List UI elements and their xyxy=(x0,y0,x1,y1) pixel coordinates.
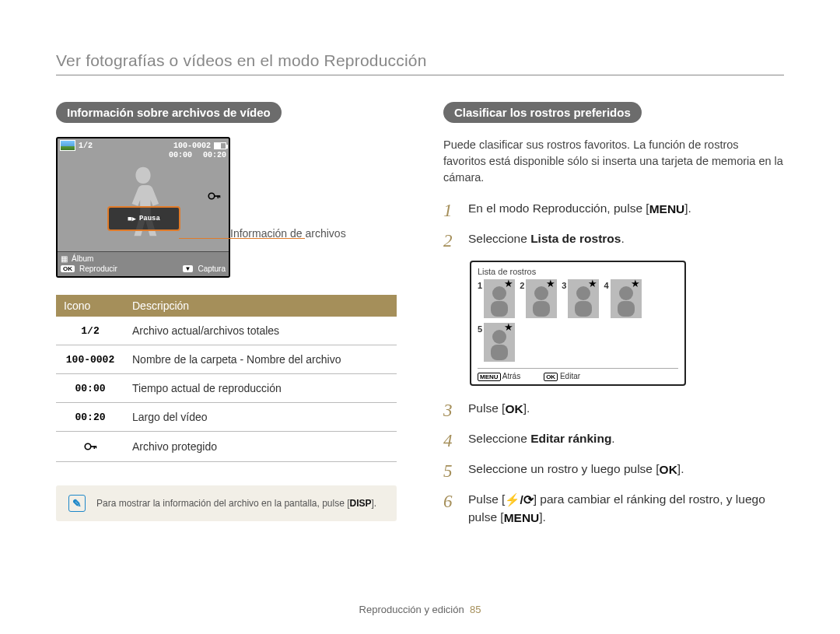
time-len-value: 00:20 xyxy=(203,151,226,159)
ok-tag: OK xyxy=(544,373,558,381)
callout-label: Información de archivos xyxy=(230,137,346,240)
svg-rect-11 xyxy=(533,301,550,317)
down-tag: ▼ xyxy=(183,265,194,272)
note-text: Para mostrar la información del archivo … xyxy=(96,498,376,509)
face-cell: 4 ★ xyxy=(604,279,641,318)
svg-rect-9 xyxy=(491,301,508,317)
step-number: 1 xyxy=(443,200,457,219)
table-row: 1/2 Archivo actual/archivos totales xyxy=(56,317,397,345)
step-item: 5 Seleccione un rostro y luego pulse [OK… xyxy=(443,461,784,480)
edit-label: Editar xyxy=(560,372,580,380)
ok-tag: OK xyxy=(61,265,75,272)
step-item: 3 Pulse [OK]. xyxy=(443,400,784,419)
table-row: Archivo protegido xyxy=(56,432,397,462)
faces-panel-title: Lista de rostros xyxy=(478,267,678,276)
star-icon: ★ xyxy=(588,278,597,289)
svg-rect-13 xyxy=(575,301,592,317)
step-item: 4 Seleccione Editar ránking. xyxy=(443,430,784,450)
album-label: Álbum xyxy=(72,254,93,263)
svg-rect-17 xyxy=(491,345,508,360)
svg-rect-3 xyxy=(219,195,221,198)
step-number: 4 xyxy=(443,430,457,450)
faces-panel: Lista de rostros 1 ★ 2 ★ 3 ★ xyxy=(470,261,686,386)
left-column: Información sobre archivos de vídeo 1/2 … xyxy=(56,102,397,537)
play-thumbnail-icon xyxy=(60,140,75,151)
right-column: Clasificar los rostros preferidos Puede … xyxy=(443,102,784,537)
face-cell: 2 ★ xyxy=(520,279,557,318)
note-box: ✎ Para mostrar la información del archiv… xyxy=(56,485,397,521)
battery-icon xyxy=(214,142,226,149)
page-title: Ver fotografías o vídeos en el modo Repr… xyxy=(56,51,784,75)
menu-tag: MENU xyxy=(478,373,501,381)
album-grid-icon: ▦ xyxy=(61,254,67,263)
star-icon: ★ xyxy=(631,278,640,289)
callout-connector-line xyxy=(179,238,305,239)
time-cur-value: 00:00 xyxy=(169,151,192,159)
table-row: 00:00 Tiempo actual de reproducción xyxy=(56,374,397,403)
step-item: 2 Seleccione Lista de rostros. xyxy=(443,230,784,250)
face-cell: 1 ★ xyxy=(478,279,515,318)
svg-rect-6 xyxy=(94,446,96,449)
svg-rect-15 xyxy=(618,301,635,317)
file-info-callout-box: ■▶Pausa xyxy=(107,206,180,231)
table-head-icon: Icono xyxy=(56,295,124,317)
star-icon: ★ xyxy=(504,321,513,333)
svg-rect-5 xyxy=(90,446,96,447)
flash-timer-icons: ⚡/⟳ xyxy=(505,493,533,506)
step-item: 6 Pulse [⚡/⟳] para cambiar el ránking de… xyxy=(443,491,784,526)
svg-rect-1 xyxy=(214,195,220,197)
svg-point-4 xyxy=(85,443,91,450)
table-row: 100-0002 Nombre de la carpeta - Nombre d… xyxy=(56,345,397,374)
page-footer: Reproducción y edición 85 xyxy=(0,604,840,615)
back-label: Atrás xyxy=(502,372,520,380)
svg-rect-2 xyxy=(218,195,219,198)
step-item: 1 En el modo Reproducción, pulse [MENU]. xyxy=(443,200,784,219)
step-number: 5 xyxy=(443,461,457,480)
counter-value: 1/2 xyxy=(79,142,93,150)
icon-description-table: Icono Descripción 1/2 Archivo actual/arc… xyxy=(56,295,397,462)
step-number: 6 xyxy=(443,491,457,510)
table-head-desc: Descripción xyxy=(124,295,397,317)
ok-label: Reproducir xyxy=(79,264,117,273)
svg-point-0 xyxy=(208,193,215,199)
face-cell: 5 ★ xyxy=(478,323,678,362)
right-heading-pill: Clasificar los rostros preferidos xyxy=(443,102,642,123)
camera-screen-preview: 1/2 100-0002 00:00 00:20 xyxy=(56,137,230,278)
face-cell: 3 ★ xyxy=(562,279,599,318)
lock-key-icon xyxy=(207,189,221,203)
table-row: 00:20 Largo del vídeo xyxy=(56,403,397,432)
step-number: 2 xyxy=(443,230,457,250)
lock-key-icon xyxy=(83,440,97,454)
star-icon: ★ xyxy=(546,278,555,289)
capture-label: Captura xyxy=(198,264,226,273)
folder-file-value: 100-0002 xyxy=(173,142,211,150)
left-heading-pill: Información sobre archivos de vídeo xyxy=(56,102,282,123)
intro-paragraph: Puede clasificar sus rostros favoritos. … xyxy=(443,137,784,186)
step-number: 3 xyxy=(443,400,457,419)
svg-rect-7 xyxy=(96,446,97,448)
star-icon: ★ xyxy=(504,278,513,289)
info-note-icon: ✎ xyxy=(68,495,86,512)
